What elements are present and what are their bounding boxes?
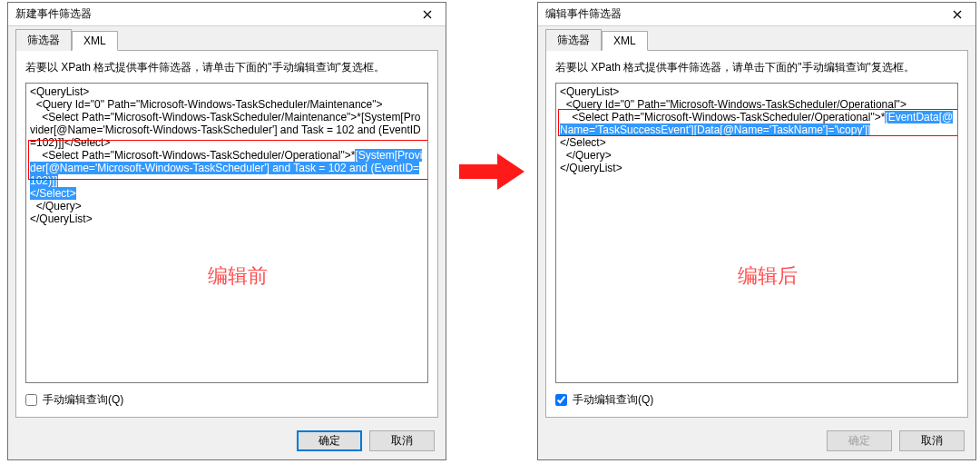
xml-line: <Query Id="0" Path="Microsoft-Windows-Ta… — [30, 98, 424, 111]
xml-line: <Query Id="0" Path="Microsoft-Windows-Ta… — [560, 98, 954, 111]
xml-line: </QueryList> — [560, 162, 954, 174]
window-title: 编辑事件筛选器 — [545, 6, 939, 22]
xml-line: </QueryList> — [30, 212, 424, 225]
xml-line: <QueryList> — [30, 85, 424, 98]
tab-xml[interactable]: XML — [72, 31, 118, 51]
annotation-before: 编辑前 — [208, 270, 268, 282]
dialog-buttons: 确定 取消 — [538, 425, 975, 459]
xml-line: <QueryList> — [560, 85, 954, 98]
manual-edit-row: 手动编辑查询(Q) — [555, 392, 958, 408]
xml-query-box[interactable]: <QueryList> <Query Id="0" Path="Microsof… — [555, 83, 958, 383]
tab-xml[interactable]: XML — [602, 31, 648, 51]
dialog-buttons: 确定 取消 — [8, 425, 446, 459]
annotation-after: 编辑后 — [738, 270, 798, 282]
instruction-text: 若要以 XPath 格式提供事件筛选器，请单击下面的"手动编辑查询"复选框。 — [555, 60, 958, 75]
xml-line: </Query> — [560, 149, 954, 162]
manual-edit-checkbox[interactable] — [25, 394, 37, 406]
xml-line: <Select Path="Microsoft-Windows-TaskSche… — [30, 149, 424, 187]
titlebar: 编辑事件筛选器 — [538, 3, 975, 26]
xml-line: </Query> — [30, 200, 424, 212]
xml-line: <Select Path="Microsoft-Windows-TaskSche… — [560, 111, 954, 136]
close-button[interactable] — [409, 3, 446, 26]
window-title: 新建事件筛选器 — [15, 6, 409, 22]
ok-button[interactable]: 确定 — [827, 430, 892, 451]
close-button[interactable] — [939, 3, 975, 26]
tabpage-xml: 若要以 XPath 格式提供事件筛选器，请单击下面的"手动编辑查询"复选框。 <… — [545, 50, 968, 418]
xml-line: <Select Path="Microsoft-Windows-TaskSche… — [30, 111, 424, 149]
tab-filter[interactable]: 筛选器 — [545, 29, 602, 51]
xml-query-box[interactable]: <QueryList> <Query Id="0" Path="Microsof… — [25, 83, 428, 383]
arrow-icon — [457, 150, 526, 193]
close-icon — [423, 10, 432, 19]
manual-edit-label: 手动编辑查询(Q) — [43, 392, 123, 408]
ok-button[interactable]: 确定 — [297, 430, 362, 451]
close-icon — [953, 10, 962, 19]
dialog-new-event-filter: 新建事件筛选器 筛选器 XML 若要以 XPath 格式提供事件筛选器，请单击下… — [7, 2, 446, 460]
xml-line: </Select> — [560, 136, 954, 149]
dialog-edit-event-filter: 编辑事件筛选器 筛选器 XML 若要以 XPath 格式提供事件筛选器，请单击下… — [537, 2, 976, 460]
xml-line: </Select> — [30, 187, 424, 200]
cancel-button[interactable]: 取消 — [899, 430, 965, 451]
manual-edit-row: 手动编辑查询(Q) — [25, 392, 428, 408]
cancel-button[interactable]: 取消 — [369, 430, 435, 451]
tabstrip: 筛选器 XML — [538, 26, 975, 50]
titlebar: 新建事件筛选器 — [8, 3, 446, 26]
tabstrip: 筛选器 XML — [8, 26, 446, 50]
tab-filter[interactable]: 筛选器 — [15, 29, 72, 51]
instruction-text: 若要以 XPath 格式提供事件筛选器，请单击下面的"手动编辑查询"复选框。 — [25, 60, 428, 75]
manual-edit-checkbox[interactable] — [555, 394, 567, 406]
tabpage-xml: 若要以 XPath 格式提供事件筛选器，请单击下面的"手动编辑查询"复选框。 <… — [15, 50, 438, 418]
manual-edit-label: 手动编辑查询(Q) — [573, 392, 653, 408]
